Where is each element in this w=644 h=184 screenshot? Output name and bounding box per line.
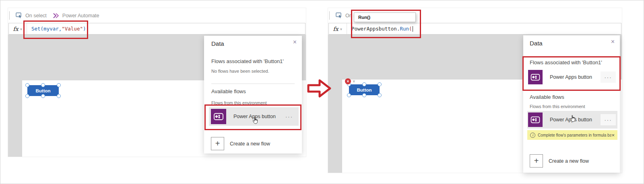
selection-handle[interactable] xyxy=(362,93,366,97)
formula-token: ( xyxy=(409,26,412,32)
power-apps-flow-icon xyxy=(528,112,543,127)
flow-list-item[interactable]: Power Apps button ··· xyxy=(209,107,299,126)
available-flows-header: Available flows xyxy=(211,88,246,94)
selection-handle[interactable] xyxy=(362,82,366,86)
chevron-down-icon: ∨ xyxy=(20,27,23,31)
create-new-flow-button[interactable]: + Create a new flow xyxy=(211,137,270,150)
button-control-label: Button xyxy=(357,88,372,92)
property-toolbar: On select Power Automate xyxy=(8,8,306,23)
selection-handle[interactable] xyxy=(25,94,29,98)
info-icon: i xyxy=(530,133,535,138)
fx-icon: fx xyxy=(333,26,339,32)
selection-handle[interactable] xyxy=(41,94,45,98)
divider xyxy=(211,84,295,84)
fx-dropdown[interactable]: fx ∨ xyxy=(9,23,27,34)
associated-flows-header: Flows associated with 'Button1' xyxy=(211,58,284,64)
power-apps-flow-icon xyxy=(528,70,543,84)
selection-handle[interactable] xyxy=(57,94,61,98)
formula-token: ) xyxy=(83,26,86,32)
on-select-property[interactable]: On select xyxy=(16,12,47,18)
flow-name: Power Apps button xyxy=(550,74,601,80)
formula-token: Set(myvar, xyxy=(31,26,62,32)
error-badge-icon[interactable]: × xyxy=(345,78,351,84)
text-caret xyxy=(413,26,413,32)
plus-icon: + xyxy=(211,137,224,150)
select-cursor-icon xyxy=(336,12,343,18)
environment-label: Flows from this environment xyxy=(211,100,267,105)
formula-bar[interactable]: fx ∨ PowerAppsbutton.Run( xyxy=(328,23,621,35)
selection-handle[interactable] xyxy=(25,83,29,87)
panel-title: Data xyxy=(530,40,543,47)
selection-handle[interactable] xyxy=(378,82,382,86)
toolbar-divider xyxy=(9,11,10,20)
create-new-flow-label: Create a new flow xyxy=(230,141,270,147)
button-control-label: Button xyxy=(35,88,50,93)
environment-label: Flows from this environment xyxy=(530,104,585,109)
flow-name: Power Apps button xyxy=(233,114,285,119)
data-panel: Data × Flows associated with 'Button1' P… xyxy=(523,35,620,173)
fx-icon: fx xyxy=(13,26,19,32)
formula-input[interactable]: PowerAppsbutton.Run( xyxy=(347,23,413,34)
selection-handle[interactable] xyxy=(57,83,61,87)
plus-icon: + xyxy=(530,154,543,168)
selection-handle[interactable] xyxy=(378,93,382,97)
transition-arrow-icon xyxy=(306,78,332,99)
selection-handle[interactable] xyxy=(41,83,45,87)
close-icon[interactable]: × xyxy=(611,133,615,138)
intellisense-signature: Run() xyxy=(358,15,370,20)
chevron-down-icon[interactable]: ∨ xyxy=(353,79,355,83)
associated-flow-item[interactable]: Power Apps button ··· xyxy=(527,68,617,86)
associated-flows-header: Flows associated with 'Button1' xyxy=(530,59,602,65)
power-apps-flow-icon xyxy=(211,109,226,124)
screenshot-after: On select fx ∨ PowerAppsbutton.Run( Run(… xyxy=(328,8,622,173)
available-flows-header: Available flows xyxy=(530,94,564,100)
fx-dropdown[interactable]: fx ∨ xyxy=(329,23,347,34)
data-panel: Data × Flows associated with 'Button1' N… xyxy=(204,36,302,153)
close-icon[interactable]: × xyxy=(293,39,297,45)
button-control[interactable]: Button xyxy=(27,85,59,96)
formula-token: "Value" xyxy=(62,26,83,32)
power-automate-menu[interactable]: Power Automate xyxy=(53,13,99,18)
flow-list-item[interactable]: Power Apps button ··· xyxy=(527,111,617,129)
formula-input[interactable]: Set(myvar,"Value") xyxy=(27,23,86,34)
more-options-button[interactable]: ··· xyxy=(285,114,293,120)
divider xyxy=(528,90,615,91)
create-new-flow-button[interactable]: + Create a new flow xyxy=(530,154,589,168)
intellisense-tooltip: Run() xyxy=(354,12,416,22)
select-cursor-icon xyxy=(16,12,23,18)
panel-title: Data xyxy=(211,40,224,47)
create-new-flow-label: Create a new flow xyxy=(549,158,589,164)
more-options-button[interactable]: ··· xyxy=(601,72,616,83)
chevron-down-icon: ∨ xyxy=(340,27,343,31)
power-automate-label: Power Automate xyxy=(62,13,99,18)
formula-token: Run xyxy=(400,26,409,32)
formula-token: PowerAppsbutton. xyxy=(351,26,400,32)
close-icon[interactable]: × xyxy=(611,39,615,45)
power-automate-icon xyxy=(53,13,60,18)
formula-bar[interactable]: fx ∨ Set(myvar,"Value") xyxy=(8,23,305,35)
warning-text: Complete flow's parameters in formula ba… xyxy=(538,133,611,137)
button-control[interactable]: Button xyxy=(349,84,380,95)
on-select-label: On select xyxy=(25,13,47,18)
screenshot-before: On select Power Automate fx ∨ Set(myvar,… xyxy=(8,8,306,157)
toolbar-divider xyxy=(329,11,330,20)
flow-name: Power Apps button xyxy=(550,117,601,123)
warning-banner: i Complete flow's parameters in formula … xyxy=(527,130,617,140)
selection-handle[interactable] xyxy=(347,93,351,97)
no-flows-message: No flows have been selected. xyxy=(211,69,269,74)
more-options-button[interactable]: ··· xyxy=(601,114,616,125)
